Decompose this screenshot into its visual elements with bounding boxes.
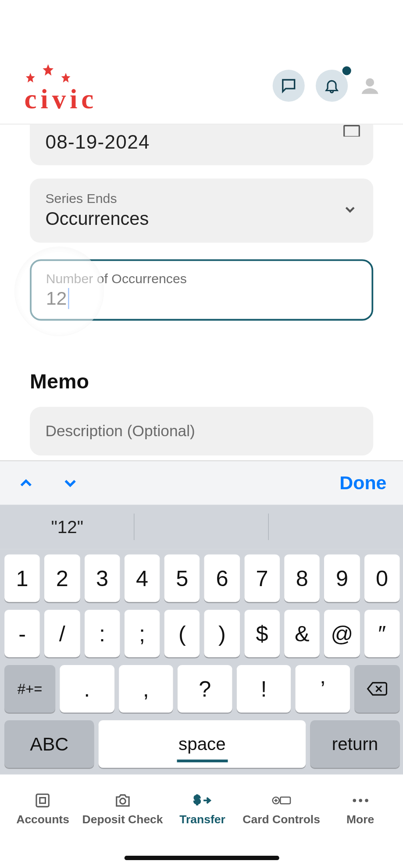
occurrences-label: Number of Occurrences	[46, 271, 357, 286]
app-header: civic	[0, 0, 403, 125]
key-0[interactable]: 0	[364, 555, 400, 602]
chat-icon	[280, 77, 297, 94]
key-5[interactable]: 5	[164, 555, 200, 602]
home-indicator[interactable]	[124, 856, 279, 860]
notification-dot-icon	[342, 66, 351, 75]
key-at[interactable]: @	[324, 610, 360, 657]
bell-icon	[324, 78, 340, 94]
svg-rect-7	[280, 797, 290, 804]
key-semicolon[interactable]: ;	[125, 610, 160, 657]
key-3[interactable]: 3	[84, 555, 120, 602]
messages-button[interactable]	[273, 70, 305, 102]
tab-transfer[interactable]: $ Transfer	[163, 792, 242, 826]
key-exclaim[interactable]: !	[236, 665, 291, 712]
accounts-icon	[35, 792, 51, 809]
prev-field-button[interactable]	[17, 473, 36, 492]
occurrences-field[interactable]: Number of Occurrences 12	[30, 259, 373, 320]
key-8[interactable]: 8	[284, 555, 320, 602]
tab-more-label: More	[321, 813, 400, 826]
memo-field[interactable]: Description (Optional)	[30, 407, 373, 455]
bottom-tab-bar: Accounts Deposit Check $ Transfer Card C…	[0, 778, 403, 839]
profile-button[interactable]	[359, 75, 381, 96]
key-apostrophe[interactable]: ’	[296, 665, 350, 712]
key-symbol-shift[interactable]: #+=	[4, 665, 55, 712]
chevron-down-icon	[342, 202, 358, 219]
key-abc[interactable]: ABC	[4, 720, 94, 768]
occurrences-value: 12	[46, 288, 67, 309]
suggestion-2[interactable]	[134, 505, 268, 549]
transfer-icon: $	[191, 792, 213, 809]
keyboard-suggestion-bar: "12"	[0, 505, 403, 549]
key-7[interactable]: 7	[244, 555, 280, 602]
start-date-value: 08-19-2024	[45, 131, 357, 153]
tab-accounts[interactable]: Accounts	[4, 792, 82, 826]
backspace-icon	[366, 680, 388, 697]
keyboard-row-4: ABC space return	[4, 720, 400, 768]
svg-rect-2	[36, 794, 49, 807]
suggestion-3[interactable]	[269, 505, 403, 549]
notifications-button[interactable]	[316, 70, 348, 102]
calendar-icon	[343, 125, 360, 139]
key-slash[interactable]: /	[44, 610, 80, 657]
key-2[interactable]: 2	[44, 555, 80, 602]
svg-point-4	[120, 798, 125, 804]
svg-point-8	[353, 799, 356, 802]
tab-card-controls[interactable]: Card Controls	[242, 792, 321, 826]
key-comma[interactable]: ,	[119, 665, 173, 712]
svg-text:$: $	[194, 793, 200, 806]
key-question[interactable]: ?	[178, 665, 232, 712]
key-period[interactable]: .	[60, 665, 114, 712]
series-ends-label: Series Ends	[45, 191, 357, 206]
brand-logo: civic	[24, 66, 97, 115]
tab-more[interactable]: More	[321, 792, 400, 826]
suggestion-1[interactable]: "12"	[0, 505, 134, 549]
key-backspace[interactable]	[354, 665, 399, 712]
tab-accounts-label: Accounts	[4, 813, 82, 826]
keyboard-accessory-bar: Done	[0, 460, 403, 505]
key-1[interactable]: 1	[4, 555, 40, 602]
key-dquote[interactable]: ″	[364, 610, 400, 657]
brand-logo-text: civic	[24, 83, 97, 115]
keyboard-row-1: 1 2 3 4 5 6 7 8 9 0	[4, 555, 400, 602]
key-space[interactable]: space	[98, 720, 306, 768]
key-colon[interactable]: :	[84, 610, 120, 657]
key-4[interactable]: 4	[125, 555, 160, 602]
keyboard-done-button[interactable]: Done	[339, 472, 386, 494]
key-paren-close[interactable]: )	[204, 610, 240, 657]
tab-card-label: Card Controls	[242, 813, 321, 826]
key-paren-open[interactable]: (	[164, 610, 200, 657]
key-9[interactable]: 9	[324, 555, 360, 602]
avatar-icon	[360, 76, 380, 96]
more-icon	[351, 797, 370, 804]
tab-deposit-check[interactable]: Deposit Check	[82, 792, 163, 826]
keyboard-row-2: - / : ; ( ) $ & @ ″	[4, 610, 400, 657]
series-ends-field[interactable]: Series Ends Occurrences	[30, 178, 373, 242]
key-dash[interactable]: -	[4, 610, 40, 657]
tab-deposit-label: Deposit Check	[82, 813, 163, 826]
key-6[interactable]: 6	[204, 555, 240, 602]
svg-rect-1	[344, 126, 360, 137]
key-return[interactable]: return	[310, 720, 399, 768]
series-ends-value: Occurrences	[45, 208, 357, 229]
keyboard-row-3: #+= . , ? ! ’	[4, 665, 400, 712]
svg-rect-3	[40, 798, 46, 804]
tab-transfer-label: Transfer	[163, 813, 242, 826]
svg-point-9	[359, 799, 362, 802]
camera-icon	[114, 792, 131, 809]
start-date-field[interactable]: 08-19-2024	[30, 125, 373, 165]
memo-section-title: Memo	[30, 370, 373, 394]
svg-point-0	[366, 78, 374, 86]
key-amp[interactable]: &	[284, 610, 320, 657]
svg-point-10	[365, 799, 368, 802]
next-field-button[interactable]	[61, 473, 80, 492]
text-cursor	[68, 288, 69, 309]
memo-placeholder: Description (Optional)	[45, 422, 357, 440]
card-controls-icon	[271, 793, 291, 808]
key-dollar[interactable]: $	[244, 610, 280, 657]
